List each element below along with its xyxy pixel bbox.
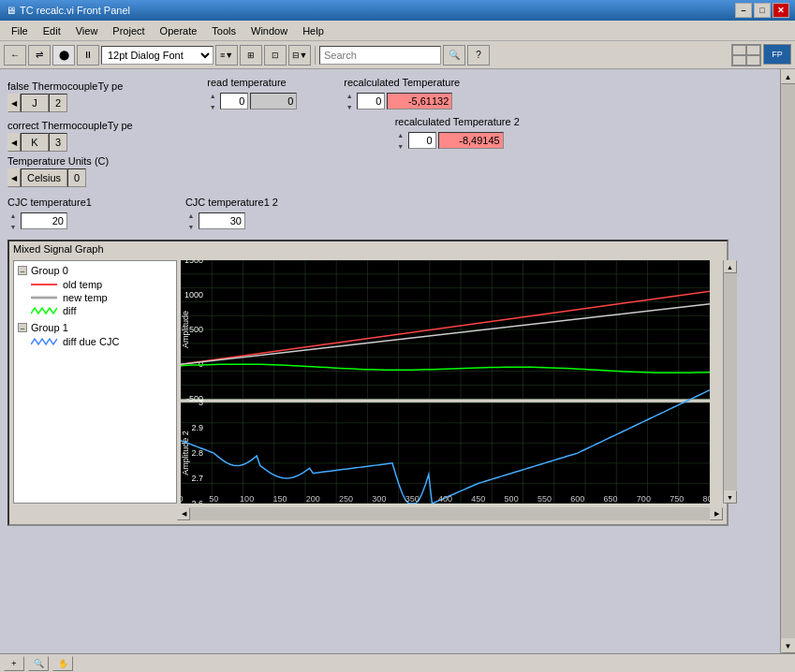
graph-container: Mixed Signal Graph – Group 0 [7,240,729,526]
recalc-temp2-ctrl[interactable]: 0 [408,132,436,149]
toolbar: ← ⇌ ⬤ ⏸ 12pt Dialog Font ≡▼ ⊞ ⊡ ⊟▼ 🔍 ? F… [0,41,795,69]
menu-project[interactable]: Project [105,23,152,38]
temp-units-num-value: 0 [67,168,86,187]
align-button[interactable]: ≡▼ [215,45,238,66]
correct-tc-num-value: 3 [49,133,67,152]
menu-edit[interactable]: Edit [36,23,68,38]
temp-units-left-arrow[interactable]: ◀ [7,168,21,187]
correct-tc-left-arrow[interactable]: ◀ [7,133,21,152]
help-button[interactable]: ? [467,45,490,66]
correct-tc-label: correct ThermocoupleTy pe [7,120,133,131]
recalc-temp2-up[interactable]: ▲ [395,129,406,140]
add-button[interactable]: + [4,656,24,671]
title-bar: 🖥 TC recalc.vi Front Panel – □ ✕ [0,0,795,21]
read-temp-input[interactable]: 0 [220,93,248,110]
recalc-temp-output: -5,61132 [387,93,452,110]
group1-header: – Group 1 [18,322,172,333]
correct-tc-control: ◀ K 3 [7,133,133,152]
back-button[interactable]: ← [4,45,26,66]
false-tc-num-value: 2 [49,94,67,112]
chart-area[interactable]: ▲ ▼ [181,260,723,504]
resize-button[interactable]: ⊡ [264,45,287,66]
legend-new-temp: new temp [31,292,172,303]
false-tc-left-arrow[interactable]: ◀ [7,94,21,112]
cjc-temp1-down[interactable]: ▼ [7,221,19,232]
read-temp-down[interactable]: ▼ [207,101,218,112]
recalc-temp-ctrl[interactable]: 0 [357,93,385,110]
recalc-temp-down[interactable]: ▼ [344,101,355,112]
search-input[interactable] [319,46,441,65]
zoom-button[interactable]: 🔍 [28,656,49,671]
window-icon: 🖥 [6,5,16,16]
old-temp-line [31,280,57,289]
chart-scroll-track [724,273,737,490]
recalc-temp2-down[interactable]: ▼ [395,140,406,152]
diff-label: diff [63,305,76,316]
chart-scroll-down[interactable]: ▼ [724,490,737,504]
legend-diff-cjc: diff due CJC [31,336,172,347]
legend-panel: – Group 0 old temp [13,260,177,504]
diff-cjc-label: diff due CJC [63,336,119,347]
menu-tools[interactable]: Tools [204,23,243,38]
chart-scroll-right[interactable]: ▶ [710,507,723,520]
maximize-button[interactable]: □ [754,3,771,18]
cjc-temp2-section: CJC temperature1 2 ▲ ▼ 30 [185,197,278,232]
read-temp-output: 0 [250,93,297,110]
panel-icon[interactable]: FP [763,44,791,65]
right-scrollbar: ▲ ▼ [780,69,795,653]
cjc-temp1-value[interactable]: 20 [21,212,67,229]
legend-group1: – Group 1 diff due CJC [18,322,172,347]
cjc-temp2-down[interactable]: ▼ [185,221,197,232]
cjc-temp1-up[interactable]: ▲ [7,210,19,221]
window-title: TC recalc.vi Front Panel [20,5,130,16]
scroll-down-button[interactable]: ▼ [781,638,796,653]
group1-collapse[interactable]: – [18,323,27,332]
cjc-temp2-value[interactable]: 30 [199,212,245,229]
arrange-button[interactable]: ⊟▼ [288,45,311,66]
stop-button[interactable]: ⬤ [52,45,75,66]
chart-canvas[interactable] [181,260,710,504]
recalc-temp2-display: ▲ ▼ 0 -8,49145 [395,129,520,152]
menu-help[interactable]: Help [295,23,331,38]
cjc-temp2-display: ▲ ▼ 30 [185,210,278,232]
pause-button[interactable]: ⏸ [77,45,99,66]
recalc-temp-section: recalculated Temperature ▲ ▼ 0 -5,61132 [344,77,460,112]
recalc-temp-up[interactable]: ▲ [344,90,355,101]
recalc-temp2-output: -8,49145 [438,132,504,149]
cjc-temp2-up[interactable]: ▲ [185,210,197,221]
temp-units-enum-value: Celsius [21,168,67,187]
search-button[interactable]: 🔍 [443,45,465,66]
forward-button[interactable]: ⇌ [28,45,51,66]
cjc-temp1-display: ▲ ▼ 20 [7,210,92,232]
chart-scroll-up[interactable]: ▲ [724,260,737,273]
cjc-temp1-label: CJC temperature1 [7,197,92,208]
font-selector[interactable]: 12pt Dialog Font [101,46,213,65]
scroll-track[interactable] [781,84,796,638]
group0-collapse[interactable]: – [18,266,27,275]
diff-line [31,306,57,315]
old-temp-label: old temp [63,279,102,290]
separator1 [315,46,316,65]
minimize-button[interactable]: – [735,3,752,18]
menu-operate[interactable]: Operate [153,23,205,38]
false-tc-section: false ThermocoupleTy pe ◀ J 2 [7,80,123,112]
pan-button[interactable]: ✋ [52,656,73,671]
read-temp-label: read temperature [207,77,297,88]
new-temp-label: new temp [63,292,108,303]
read-temp-up[interactable]: ▲ [207,90,218,101]
close-button[interactable]: ✕ [773,3,789,18]
false-tc-label: false ThermocoupleTy pe [7,80,123,92]
read-temp-section: read temperature ▲ ▼ 0 0 [207,77,297,112]
menu-file[interactable]: File [4,23,36,38]
chart-scroll-left[interactable]: ◀ [177,507,190,520]
menu-view[interactable]: View [68,23,106,38]
recalc-temp2-section: recalculated Temperature 2 ▲ ▼ 0 -8,4914… [395,116,520,152]
main-panel: false ThermocoupleTy pe ◀ J 2 read tempe… [0,69,795,653]
legend-old-temp: old temp [31,279,172,290]
cjc-temp1-section: CJC temperature1 ▲ ▼ 20 [7,197,92,232]
scroll-up-button[interactable]: ▲ [781,69,796,84]
dist-button[interactable]: ⊞ [240,45,262,66]
correct-tc-section: correct ThermocoupleTy pe ◀ K 3 [7,120,133,152]
menu-window[interactable]: Window [243,23,295,38]
group0-header: – Group 0 [18,265,172,276]
